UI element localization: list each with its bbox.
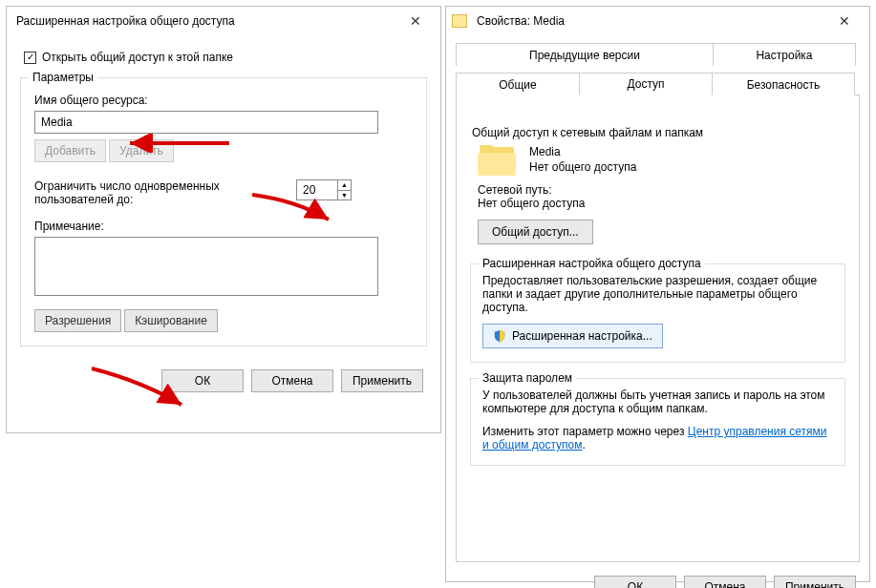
folder-icon (452, 14, 467, 28)
share-name-value: Media (41, 116, 73, 129)
advanced-sharing-section: Расширенная настройка общего доступа Пре… (470, 263, 845, 363)
advanced-sharing-dialog: Расширенная настройка общего доступа ✕ ✓… (6, 6, 441, 433)
window-title: Расширенная настройка общего доступа (12, 14, 396, 28)
apply-button[interactable]: Применить (341, 369, 423, 392)
password-protection-section: Защита паролем У пользователей должны бы… (470, 378, 845, 466)
note-label: Примечание: (34, 220, 413, 233)
ok-button[interactable]: ОК (594, 576, 676, 588)
section-legend: Расширенная настройка общего доступа (479, 257, 705, 270)
tabs-row-2: Общие Доступ Безопасность (446, 65, 869, 94)
advanced-settings-button[interactable]: Расширенная настройка... (482, 324, 663, 348)
advanced-sharing-description: Предоставляет пользовательские разрешени… (482, 274, 833, 314)
network-sharing-section: Общий доступ к сетевым файлам и папкам M… (470, 122, 845, 248)
limit-users-spinner[interactable]: 20 ▲ ▼ (296, 179, 352, 200)
network-path-value: Нет общего доступа (478, 197, 844, 210)
share-button[interactable]: Общий доступ... (478, 220, 593, 244)
limit-users-label: Ограничить число одновременных пользоват… (34, 179, 254, 206)
folder-name: Media (529, 145, 636, 158)
checkbox-label: Открыть общий доступ к этой папке (42, 51, 233, 64)
close-icon[interactable]: ✕ (396, 8, 435, 34)
properties-dialog: Свойства: Media ✕ Предыдущие версии Наст… (445, 6, 870, 582)
tab-previous-versions[interactable]: Предыдущие версии (456, 43, 714, 66)
parameters-group: Параметры Имя общего ресурса: Media Доба… (20, 77, 427, 346)
password-change-text: Изменить этот параметр можно через Центр… (482, 425, 833, 452)
chevron-down-icon[interactable]: ▼ (338, 191, 351, 200)
share-name-input[interactable]: Media (34, 111, 378, 134)
close-icon[interactable]: ✕ (825, 8, 864, 34)
ok-button[interactable]: ОК (161, 369, 244, 392)
limit-value: 20 (297, 180, 337, 200)
chevron-up-icon[interactable]: ▲ (338, 180, 351, 191)
caching-button[interactable]: Кэширование (124, 309, 218, 332)
titlebar: Свойства: Media ✕ (446, 7, 869, 35)
apply-button[interactable]: Применить (774, 576, 856, 588)
password-description: У пользователей должны быть учетная запи… (482, 388, 833, 415)
section-title: Общий доступ к сетевым файлам и папкам (472, 126, 844, 139)
note-textarea[interactable] (34, 237, 378, 296)
checkbox-icon: ✓ (24, 52, 36, 64)
spinner-arrows[interactable]: ▲ ▼ (337, 180, 351, 200)
cancel-button[interactable]: Отмена (251, 369, 333, 392)
tab-access[interactable]: Доступ (579, 73, 713, 95)
tabs-row-1: Предыдущие версии Настройка (446, 35, 869, 65)
network-path-label: Сетевой путь: (478, 183, 844, 197)
share-name-label: Имя общего ресурса: (34, 94, 413, 107)
access-tab-page: Общий доступ к сетевым файлам и папкам M… (456, 94, 860, 562)
section-legend: Защита паролем (479, 371, 576, 385)
share-this-folder-checkbox[interactable]: ✓ Открыть общий доступ к этой папке (24, 51, 427, 64)
tab-general[interactable]: Общие (456, 73, 580, 95)
delete-button[interactable]: Удалить (109, 139, 174, 162)
tab-settings[interactable]: Настройка (713, 43, 856, 66)
folder-share-status: Нет общего доступа (529, 160, 636, 174)
cancel-button[interactable]: Отмена (684, 576, 766, 588)
folder-large-icon (478, 145, 518, 178)
shield-icon (493, 329, 506, 343)
add-button[interactable]: Добавить (34, 139, 106, 162)
window-title: Свойства: Media (473, 14, 825, 28)
titlebar: Расширенная настройка общего доступа ✕ (7, 7, 440, 35)
permissions-button[interactable]: Разрешения (34, 309, 121, 332)
group-legend: Параметры (29, 71, 97, 84)
tab-security[interactable]: Безопасность (712, 73, 855, 95)
